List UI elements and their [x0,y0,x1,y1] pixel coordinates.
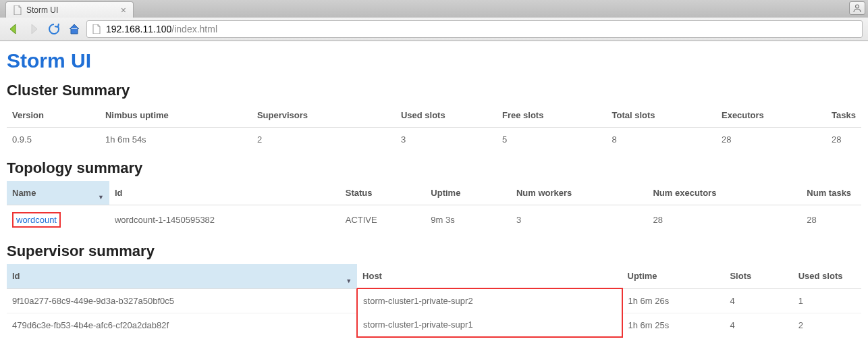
user-menu-button[interactable] [849,1,865,15]
cell-supervisors: 2 [252,128,396,152]
cell-host: storm-cluster1-private-supr1 [357,313,622,337]
table-row: 0.9.5 1h 6m 54s 2 3 5 8 28 28 [7,128,861,152]
highlight-annotation: wordcount [12,212,61,228]
col-free-slots[interactable]: Free slots [497,103,607,128]
cell-status: ACTIVE [340,205,426,235]
cell-slots: 4 [724,313,792,337]
supervisor-summary-table: Id▼ Host Uptime Slots Used slots 9f10a27… [7,264,861,338]
cell-free-slots: 5 [497,128,607,152]
col-slots[interactable]: Slots [724,264,792,288]
col-id[interactable]: Id [109,181,340,205]
home-button[interactable] [66,21,82,37]
cell-id: wordcount-1-1450595382 [109,205,340,235]
col-num-workers[interactable]: Num workers [511,181,648,205]
col-name-label: Name [12,188,36,198]
col-num-tasks[interactable]: Num tasks [801,181,861,205]
forward-button[interactable] [26,21,42,37]
page-content: Storm UI Cluster Summary Version Nimbus … [0,41,868,358]
cluster-summary-table: Version Nimbus uptime Supervisors Used s… [7,103,861,151]
svg-point-0 [856,5,859,8]
cell-uptime: 9m 3s [425,205,511,235]
col-tasks[interactable]: Tasks [826,103,861,128]
col-status[interactable]: Status [340,181,426,205]
url-path: /index.html [171,24,217,34]
col-id-label: Id [12,271,20,281]
col-used-slots[interactable]: Used slots [396,103,497,128]
cell-id: 479d6c3e-fb53-4b4e-afc6-cf20a2dab82f [7,313,357,337]
col-executors[interactable]: Executors [716,103,826,128]
reload-button[interactable] [46,21,62,37]
cell-used-slots: 2 [793,313,861,337]
sort-desc-icon: ▼ [346,278,352,284]
col-host[interactable]: Host [357,264,622,288]
cell-used-slots: 3 [396,128,497,152]
toolbar: 192.168.11.100/index.html [0,18,868,41]
url-text[interactable]: 192.168.11.100/index.html [106,24,858,34]
back-button[interactable] [5,21,22,37]
col-num-executors[interactable]: Num executors [647,181,801,205]
cell-tasks: 28 [826,128,861,152]
cell-uptime: 1h 6m 26s [622,288,725,313]
cell-nimbus-uptime: 1h 6m 54s [100,128,252,152]
tab-close-icon[interactable]: × [121,5,126,15]
browser-chrome: Storm UI × 192.168.11.100/index.html [0,0,868,41]
col-version[interactable]: Version [7,103,100,128]
supervisor-summary-heading: Supervisor summary [7,242,861,260]
cell-id: 9f10a277-68c9-449e-9d3a-b327a50bf0c5 [7,288,357,313]
topology-link[interactable]: wordcount [16,215,57,225]
cell-num-executors: 28 [647,205,801,235]
col-used-slots[interactable]: Used slots [793,264,861,288]
sort-desc-icon: ▼ [98,194,104,201]
url-host: 192.168.11.100 [106,24,171,34]
table-header-row: Id▼ Host Uptime Slots Used slots [7,264,861,288]
page-title: Storm UI [7,49,861,72]
address-bar[interactable]: 192.168.11.100/index.html [86,20,863,38]
table-header-row: Name▼ Id Status Uptime Num workers Num e… [7,181,861,205]
cell-slots: 4 [724,288,792,313]
col-total-slots[interactable]: Total slots [606,103,716,128]
tab-title: Storm UI [26,5,117,15]
cell-num-tasks: 28 [801,205,861,235]
cluster-summary-heading: Cluster Summary [7,82,861,99]
table-header-row: Version Nimbus uptime Supervisors Used s… [7,103,861,128]
page-favicon-icon [13,5,22,15]
cell-uptime: 1h 6m 25s [622,313,725,337]
table-row: 479d6c3e-fb53-4b4e-afc6-cf20a2dab82f sto… [7,313,861,337]
cell-used-slots: 1 [793,288,861,313]
topology-summary-heading: Topology summary [7,159,861,177]
col-id[interactable]: Id▼ [7,264,357,288]
col-name[interactable]: Name▼ [7,181,109,205]
tab-bar: Storm UI × [0,0,868,18]
col-supervisors[interactable]: Supervisors [252,103,396,128]
browser-tab[interactable]: Storm UI × [5,1,134,18]
col-nimbus-uptime[interactable]: Nimbus uptime [100,103,252,128]
topology-summary-table: Name▼ Id Status Uptime Num workers Num e… [7,181,861,234]
cell-num-workers: 3 [511,205,648,235]
cell-executors: 28 [716,128,826,152]
cell-name: wordcount [7,205,109,235]
page-icon [91,24,102,34]
col-uptime[interactable]: Uptime [425,181,511,205]
cell-version: 0.9.5 [7,128,100,152]
table-row: 9f10a277-68c9-449e-9d3a-b327a50bf0c5 sto… [7,288,861,313]
col-uptime[interactable]: Uptime [622,264,725,288]
cell-total-slots: 8 [606,128,716,152]
cell-host: storm-cluster1-private-supr2 [357,288,622,313]
table-row: wordcount wordcount-1-1450595382 ACTIVE … [7,205,861,235]
